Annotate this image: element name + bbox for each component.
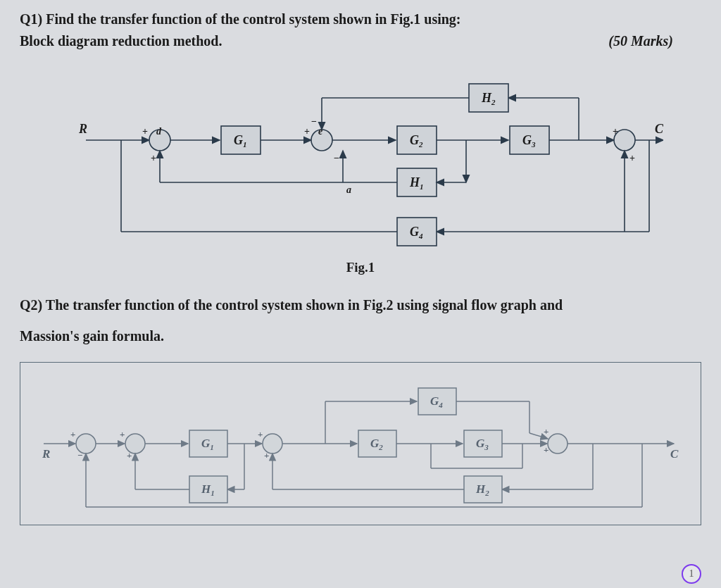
- page-number: 1: [689, 568, 694, 580]
- svg-text:+: +: [264, 450, 269, 461]
- q2-line2: Massion's gain formula.: [20, 320, 701, 351]
- q1-prefix: Q1): [20, 11, 42, 27]
- figure-1: R C d e a G1 G2 G3 G4 H1 H2 + + + − − + …: [20, 70, 701, 275]
- svg-text:C: C: [670, 447, 679, 461]
- block-diagram-fig2: R C G1 G2 G3 G4 H1 H2 + − + + + + + +: [37, 377, 684, 511]
- q1-text: Q1) Find the transfer function of the co…: [20, 8, 701, 52]
- svg-text:+: +: [120, 429, 125, 439]
- figure-2: R C G1 G2 G3 G4 H1 H2 + − + + + + + +: [20, 362, 701, 525]
- svg-text:R: R: [42, 447, 50, 461]
- svg-text:+: +: [613, 126, 618, 137]
- svg-text:+: +: [544, 426, 548, 437]
- r-label: R: [78, 122, 87, 136]
- svg-text:a: a: [346, 184, 351, 195]
- svg-text:−: −: [77, 450, 82, 461]
- svg-text:+: +: [151, 153, 156, 163]
- svg-text:+: +: [70, 429, 75, 439]
- svg-text:+: +: [142, 126, 148, 137]
- q1-line1: Find the transfer function of the contro…: [46, 11, 460, 27]
- c-label: C: [655, 122, 663, 136]
- svg-text:+: +: [544, 444, 548, 455]
- svg-text:+: +: [127, 450, 132, 461]
- svg-text:−: −: [334, 153, 339, 163]
- q1-marks: (50 Marks): [608, 30, 673, 52]
- svg-text:+: +: [304, 126, 310, 137]
- q1-line2: Block diagram reduction method.: [20, 30, 222, 52]
- q2-prefix: Q2): [20, 297, 42, 313]
- svg-point-64: [548, 434, 568, 453]
- svg-text:e: e: [318, 126, 322, 137]
- svg-text:d: d: [156, 126, 162, 137]
- q2-text: Q2) The transfer function of the control…: [20, 289, 701, 351]
- svg-text:−: −: [311, 116, 317, 127]
- q2-line1: The transfer function of the control sys…: [46, 297, 563, 313]
- fig1-caption: Fig.1: [20, 260, 701, 275]
- svg-text:+: +: [629, 153, 635, 163]
- block-diagram-fig1: R C d e a G1 G2 G3 G4 H1 H2 + + + − − + …: [58, 70, 663, 253]
- page-number-badge: 1: [682, 564, 701, 584]
- svg-text:+: +: [258, 429, 263, 439]
